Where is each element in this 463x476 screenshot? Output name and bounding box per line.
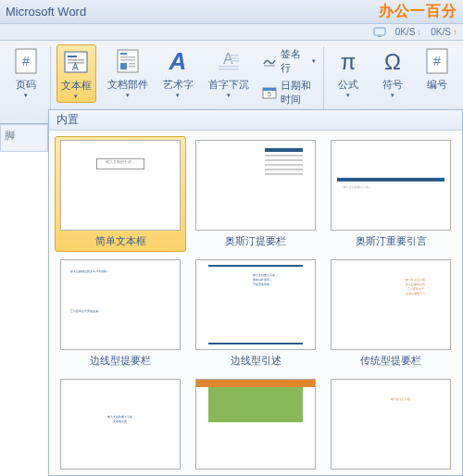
date-time-icon: 5 bbox=[262, 85, 277, 100]
gallery-item[interactable]: 键入提要栏内容... bbox=[325, 375, 457, 473]
svg-text:A: A bbox=[72, 62, 79, 72]
gallery-item-simple-textbox[interactable]: 键入文档的引述... 简单文本框 bbox=[55, 136, 186, 252]
svg-rect-0 bbox=[374, 28, 385, 35]
chevron-down-icon: ▾ bbox=[176, 92, 180, 99]
page-number-button[interactable]: # 页码 ▾ bbox=[7, 44, 44, 101]
thumbnail bbox=[195, 379, 316, 470]
svg-rect-6 bbox=[68, 59, 84, 61]
chevron-down-icon: ▾ bbox=[126, 92, 130, 99]
svg-rect-20 bbox=[231, 60, 239, 62]
quick-parts-button[interactable]: 文档部件 ▾ bbox=[104, 44, 152, 101]
chevron-down-icon: ▾ bbox=[24, 92, 28, 99]
thumbnail bbox=[195, 140, 316, 231]
svg-rect-19 bbox=[231, 57, 239, 59]
status-bar: 0K/S↓ 0K/S↑ bbox=[0, 24, 463, 41]
svg-rect-13 bbox=[120, 63, 127, 69]
svg-rect-14 bbox=[129, 63, 135, 65]
svg-rect-1 bbox=[378, 36, 382, 37]
thumbnail: 键入提要栏内容提要栏是独立的它们通常位于左侧右侧或下方 bbox=[331, 259, 451, 350]
thumbnail: 提要栏是独立的文本补充说明... 它们通常位于页面左侧... bbox=[60, 259, 181, 350]
svg-rect-15 bbox=[129, 66, 135, 68]
text-box-icon: A bbox=[61, 47, 91, 77]
page-number-icon: # bbox=[11, 46, 41, 76]
equation-button[interactable]: π 公式 ▾ bbox=[330, 44, 367, 101]
quick-parts-icon bbox=[113, 46, 143, 76]
thumbnail: 键入文档重要引述...或使用此空间...可在页面拖放... bbox=[195, 259, 316, 350]
chevron-down-icon: ▾ bbox=[312, 57, 316, 65]
left-panel-fragment: 脚 bbox=[0, 124, 48, 152]
date-time-button[interactable]: 5 日期和时间 bbox=[260, 78, 318, 107]
signature-icon bbox=[262, 54, 277, 69]
chevron-down-icon: ▾ bbox=[74, 93, 78, 100]
svg-text:5: 5 bbox=[268, 91, 271, 97]
svg-text:π: π bbox=[341, 49, 357, 74]
drop-cap-button[interactable]: A 首字下沉 ▾ bbox=[205, 44, 253, 101]
svg-rect-10 bbox=[120, 53, 127, 55]
title-bar: Microsoft Word 办公一百分 bbox=[0, 0, 463, 24]
svg-text:Ω: Ω bbox=[384, 49, 401, 74]
thumbnail: 键入提要栏内容... bbox=[331, 379, 451, 470]
gallery-item[interactable]: 键入文档的重要引述文本框位置 bbox=[55, 375, 186, 473]
signature-line-button[interactable]: 签名行 ▾ bbox=[260, 46, 318, 76]
gallery-item-traditional-sidebar[interactable]: 键入提要栏内容提要栏是独立的它们通常位于左侧右侧或下方 传统型提要栏 bbox=[325, 256, 457, 371]
drop-cap-icon: A bbox=[214, 46, 244, 76]
number-icon: # bbox=[422, 46, 452, 76]
equation-icon: π bbox=[333, 46, 363, 76]
svg-rect-5 bbox=[68, 56, 77, 57]
gallery-item-austin-sidebar[interactable]: 奥斯汀提要栏 bbox=[190, 136, 321, 252]
thumbnail: 键入文档的引述... bbox=[60, 140, 181, 231]
download-speed: 0K/S↓ bbox=[395, 27, 422, 37]
text-box-gallery: 内置 键入文档的引述... 简单文本框 奥斯汀提要栏 键入文档的重要引述... … bbox=[48, 109, 463, 476]
thumbnail: 键入文档的重要引述文本框位置 bbox=[60, 379, 181, 470]
chevron-down-icon: ▾ bbox=[227, 92, 231, 99]
symbol-icon: Ω bbox=[378, 46, 407, 76]
brand-text: 办公一百分 bbox=[379, 2, 457, 21]
svg-text:#: # bbox=[433, 54, 441, 69]
gallery-item-austin-quote[interactable]: 键入文档的重要引述... 奥斯汀重要引言 bbox=[325, 136, 457, 252]
svg-rect-11 bbox=[120, 56, 135, 58]
text-box-button[interactable]: A 文本框 ▾ bbox=[56, 44, 96, 103]
status-monitor-icon bbox=[373, 27, 386, 38]
chevron-down-icon: ▾ bbox=[346, 92, 350, 99]
svg-text:A: A bbox=[169, 47, 187, 75]
app-title: Microsoft Word bbox=[6, 5, 86, 19]
svg-text:#: # bbox=[22, 54, 30, 69]
arrow-up-icon: ↑ bbox=[453, 27, 457, 37]
arrow-down-icon: ↓ bbox=[417, 27, 421, 37]
svg-rect-21 bbox=[219, 66, 239, 68]
symbol-button[interactable]: Ω 符号 ▾ bbox=[374, 44, 411, 101]
svg-rect-18 bbox=[231, 55, 239, 56]
word-art-button[interactable]: A 艺术字 ▾ bbox=[159, 44, 197, 101]
thumbnail: 键入文档的重要引述... bbox=[331, 140, 451, 231]
number-button[interactable]: # 编号 bbox=[419, 44, 456, 94]
word-art-icon: A bbox=[163, 46, 193, 76]
upload-speed: 0K/S↑ bbox=[431, 27, 457, 37]
gallery-item-border-sidebar[interactable]: 提要栏是独立的文本补充说明... 它们通常位于页面左侧... 边线型提要栏 bbox=[55, 256, 186, 371]
svg-rect-12 bbox=[120, 59, 135, 61]
gallery-header: 内置 bbox=[49, 110, 462, 131]
gallery-item[interactable] bbox=[190, 375, 321, 473]
gallery-item-border-quote[interactable]: 键入文档重要引述...或使用此空间...可在页面拖放... 边线型引述 bbox=[190, 256, 321, 371]
svg-rect-22 bbox=[219, 69, 239, 70]
chevron-down-icon: ▾ bbox=[391, 92, 394, 99]
